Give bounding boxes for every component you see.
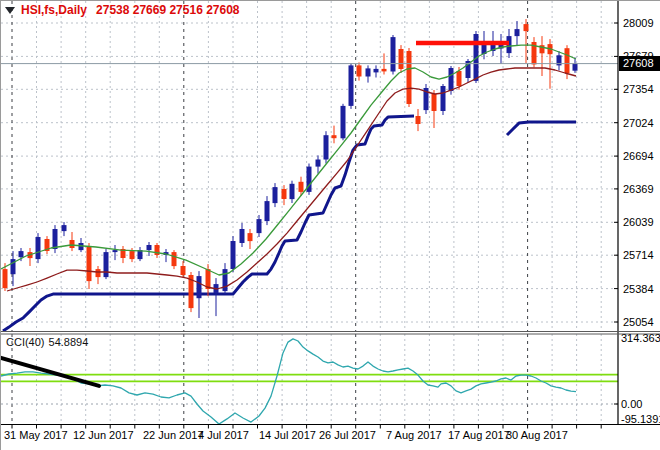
price-axis-label: 26039	[623, 216, 654, 228]
cci-axis-label: 314.3633	[621, 332, 660, 344]
price-axis-label: 25384	[623, 283, 654, 295]
time-axis-label: 7 Aug 2017	[386, 429, 442, 441]
grid-lines	[1, 1, 618, 424]
time-axis-label: 26 Jul 2017	[319, 429, 376, 441]
time-axis[interactable]: 31 May 201712 Jun 201722 Jun 20174 Jul 2…	[4, 425, 601, 441]
price-axis-label: 27024	[623, 117, 654, 129]
time-axis-label: 12 Jun 2017	[73, 429, 134, 441]
indicator-title: CCI(40)54.8894	[6, 336, 92, 348]
chart-shift-marker-icon[interactable]	[5, 7, 15, 14]
time-axis-label: 30 Aug 2017	[506, 429, 568, 441]
time-axis-label: 31 May 2017	[4, 429, 68, 441]
chart-canvas[interactable]: 2800927679273542702426694263692603925714…	[1, 1, 660, 450]
ma-slow-line	[7, 68, 576, 291]
support-line	[3, 116, 576, 331]
price-panel[interactable]	[1, 19, 618, 331]
indicator-name-label: CCI(40)	[6, 336, 45, 348]
price-axis-label: 25714	[623, 249, 654, 261]
price-axis-label: 25054	[623, 316, 654, 328]
time-axis-label: 17 Aug 2017	[448, 429, 510, 441]
price-axis-label: 26369	[623, 183, 654, 195]
time-axis-label: 4 Jul 2017	[198, 429, 249, 441]
time-axis-label: 22 Jun 2017	[143, 429, 204, 441]
current-price-tag: 27608	[619, 56, 660, 71]
time-axis-label: 14 Jul 2017	[259, 429, 316, 441]
price-axis-label: 28009	[623, 17, 654, 29]
cci-axis-label: 0.00	[621, 398, 642, 410]
symbol-title[interactable]: HSI,fs,Daily 27538 27669 27516 27608	[5, 3, 240, 17]
cci-panel[interactable]	[1, 339, 618, 424]
cci-level-tag-partial	[619, 420, 645, 425]
symbol-ohlc-values: 27538 27669 27516 27608	[96, 3, 239, 17]
price-axis-label: 26694	[623, 150, 654, 162]
cci-level-tag-100: 100	[619, 377, 645, 387]
indicator-value-label: 54.8894	[49, 336, 89, 348]
chart-window: 2800927679273542702426694263692603925714…	[0, 0, 660, 450]
price-axis-label: 27354	[623, 83, 654, 95]
symbol-name-label: HSI,fs,Daily	[21, 3, 87, 17]
